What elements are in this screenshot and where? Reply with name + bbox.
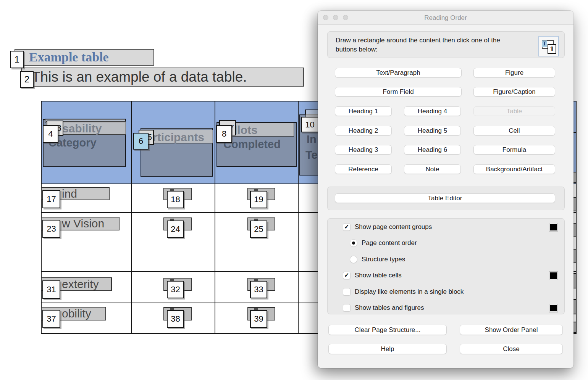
row-label: exterity: [62, 278, 99, 290]
text-paragraph-button[interactable]: Text/Paragraph: [335, 68, 462, 77]
dialog-titlebar[interactable]: Reading Order: [318, 11, 573, 25]
instruction-line2: buttons below:: [336, 45, 500, 54]
row-label: ind: [62, 188, 77, 200]
page-content-order-label: Page content order: [362, 239, 417, 247]
icon-number: 1: [548, 44, 556, 54]
cell-button[interactable]: Cell: [473, 126, 555, 135]
order-tag[interactable]: 10: [301, 117, 318, 132]
order-tag[interactable]: 31: [42, 280, 60, 299]
order-tag[interactable]: 2: [20, 71, 34, 88]
structure-types-radio[interactable]: [350, 256, 357, 263]
heading5-button[interactable]: Heading 5: [404, 126, 461, 135]
show-page-content-groups-checkbox[interactable]: ✓: [343, 223, 351, 231]
show-page-content-groups-label: Show page content groups: [355, 223, 432, 231]
figure-button[interactable]: Figure: [473, 68, 555, 77]
display-like-elements-label: Display like elements in a single block: [355, 288, 464, 296]
heading4-button[interactable]: Heading 4: [404, 106, 461, 116]
instruction-group: Draw a rectangle around the content then…: [327, 31, 565, 58]
instruction-line1: Draw a rectangle around the content then…: [336, 36, 500, 45]
table-column-line: [298, 101, 299, 333]
formula-button[interactable]: Formula: [473, 145, 555, 155]
order-tag[interactable]: 37: [42, 310, 60, 328]
order-tag[interactable]: 4: [43, 125, 58, 143]
document-page: Example table 1 This is an example of a …: [0, 0, 588, 380]
page-content-groups-color-swatch[interactable]: [549, 223, 557, 231]
header-cell-text: In: [307, 133, 317, 146]
heading3-button[interactable]: Heading 3: [335, 145, 392, 155]
order-tag[interactable]: 24: [167, 221, 184, 238]
figure-caption-button[interactable]: Figure/Caption: [473, 87, 555, 97]
order-tag[interactable]: 17: [42, 190, 60, 208]
header-cell-text: sability: [62, 122, 102, 135]
minimize-window-icon[interactable]: [333, 15, 338, 20]
document-paragraph: This is an example of a data table.: [22, 68, 303, 86]
tables-figures-color-swatch[interactable]: [549, 304, 557, 312]
show-order-panel-button[interactable]: Show Order Panel: [460, 325, 563, 335]
order-tag[interactable]: 18: [167, 191, 184, 208]
icon-letter: T: [542, 40, 547, 47]
order-tag[interactable]: 33: [250, 281, 267, 298]
order-tag[interactable]: 25: [250, 221, 267, 238]
structure-types-label: Structure types: [362, 256, 405, 263]
help-button[interactable]: Help: [328, 344, 447, 354]
order-tag[interactable]: 38: [167, 310, 184, 328]
checkmark-icon: ✓: [344, 224, 349, 230]
heading-highlight: Example table: [15, 49, 154, 66]
table-button: Table: [473, 106, 555, 116]
show-table-cells-checkbox[interactable]: ✓: [343, 272, 351, 279]
header-cell-text: llots: [234, 124, 258, 137]
options-group: ✓ Show page content groups Page content …: [327, 218, 565, 314]
order-tag[interactable]: 23: [42, 220, 60, 238]
row-label: obility: [62, 308, 91, 319]
form-field-button[interactable]: Form Field: [335, 87, 462, 97]
zoom-window-icon[interactable]: [343, 15, 348, 20]
order-tag[interactable]: 1: [10, 51, 24, 68]
show-tables-and-figures-label: Show tables and figures: [355, 304, 424, 312]
dialog-title: Reading Order: [318, 11, 573, 25]
reading-order-dialog: Reading Order Draw a rectangle around th…: [318, 11, 573, 368]
instruction-text: Draw a rectangle around the content then…: [336, 36, 500, 54]
heading2-button[interactable]: Heading 2: [335, 126, 392, 135]
heading6-button[interactable]: Heading 6: [404, 145, 461, 155]
show-table-cells-label: Show table cells: [355, 272, 402, 279]
page-content-order-radio[interactable]: [350, 239, 357, 247]
order-tag[interactable]: 19: [250, 191, 267, 208]
close-window-icon[interactable]: [323, 15, 328, 20]
reading-order-tool-icon: T 1: [538, 36, 559, 56]
heading1-button[interactable]: Heading 1: [335, 106, 392, 116]
background-artifact-button[interactable]: Background/Artifact: [473, 164, 555, 174]
checkmark-icon: ✓: [344, 272, 349, 279]
reference-button[interactable]: Reference: [335, 164, 392, 174]
table-cells-color-swatch[interactable]: [549, 272, 557, 280]
table-column-line: [131, 101, 132, 333]
row-label: w Vision: [62, 217, 104, 229]
table-column-line: [215, 101, 215, 333]
document-heading: Example table: [15, 50, 153, 65]
note-button[interactable]: Note: [404, 164, 461, 174]
header-cell-text: rticipants: [153, 131, 204, 144]
order-tag[interactable]: 39: [250, 310, 267, 328]
show-tables-and-figures-checkbox[interactable]: [343, 304, 351, 312]
paragraph-highlight: This is an example of a data table.: [21, 68, 304, 87]
table-editor-button[interactable]: Table Editor: [335, 193, 555, 203]
display-like-elements-checkbox[interactable]: [343, 288, 351, 296]
order-tag-selected[interactable]: 6: [133, 133, 149, 150]
clear-page-structure-button[interactable]: Clear Page Structure...: [328, 325, 447, 335]
header-cell-text: Te: [305, 149, 318, 161]
order-tag[interactable]: 8: [216, 125, 232, 143]
close-button[interactable]: Close: [460, 344, 563, 354]
order-tag[interactable]: 32: [167, 281, 184, 298]
